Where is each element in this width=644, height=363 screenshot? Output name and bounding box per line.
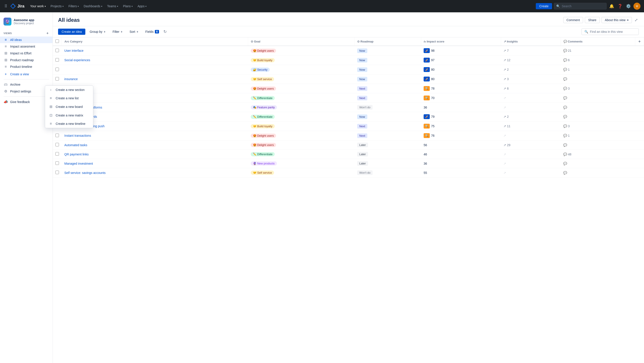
row-extra (635, 74, 644, 84)
idea-name[interactable]: Social experiences (62, 56, 248, 65)
idea-name[interactable]: User interface (62, 46, 248, 56)
jira-logo-text: Jira (18, 4, 24, 9)
idea-name[interactable]: Managed investment (62, 159, 248, 168)
create-matrix-item[interactable]: ⊡ Create a new matrix (45, 111, 93, 120)
create-button[interactable]: Create (536, 3, 552, 9)
idea-name[interactable]: Self service: savings accounts (62, 168, 248, 177)
sidebar-item-product-roadmap[interactable]: ⊞ Product roadmap (0, 57, 52, 63)
create-list-item[interactable]: ≡ Create a new list (45, 94, 93, 102)
idea-name[interactable]: insurance (62, 74, 248, 84)
apps-grid-icon[interactable]: ⠿ (4, 3, 8, 10)
insights-icon: ↗ (504, 124, 506, 128)
insights-icon: ↗ (504, 49, 506, 52)
refresh-button[interactable]: ↻ (164, 29, 167, 34)
idea-insights: ↗ 12 (501, 56, 561, 65)
idea-comments: 💬 (561, 103, 635, 112)
about-view-button[interactable]: About this view ≡ (602, 17, 632, 23)
row-checkbox[interactable] (56, 143, 59, 146)
add-view-button[interactable]: + (46, 31, 49, 36)
idea-name[interactable]: QR payment links (62, 150, 248, 159)
share-button[interactable]: Share (585, 17, 600, 23)
settings-icon[interactable]: ⚙️ (625, 3, 632, 10)
idea-insights: ↗ 2 (501, 112, 561, 122)
row-checkbox[interactable] (56, 58, 59, 62)
comment-bubble-icon: 💬 (563, 49, 567, 52)
table-row: 🔐 SecurityNow🚀 80↗ 2💬 1 (53, 65, 644, 74)
nav-projects[interactable]: Projects ▾ (48, 3, 66, 9)
search-input[interactable] (562, 5, 604, 8)
idea-insights: ↗ (501, 159, 561, 168)
row-checkbox[interactable] (56, 134, 59, 137)
idea-impact: 🚀 98 (421, 46, 501, 56)
table-row: insurance🤝 Self serviceNow🚀 80↗ 3💬 (53, 74, 644, 84)
top-nav-items: Your work ▾ Projects ▾ Filters ▾ Dashboa… (28, 3, 534, 9)
row-extra (635, 46, 644, 56)
find-idea-input[interactable] (590, 30, 636, 34)
row-checkbox[interactable] (56, 171, 59, 174)
sidebar-item-create-view[interactable]: + Create a view (0, 71, 52, 78)
idea-name[interactable]: Instant transactions (62, 131, 248, 140)
create-timeline-item[interactable]: ≡ Create a new timeline (45, 120, 93, 128)
nav-your-work[interactable]: Your work ▾ (28, 3, 48, 9)
row-extra (635, 131, 644, 140)
sidebar-item-all-ideas[interactable]: ≡ All ideas (0, 37, 52, 43)
notifications-icon[interactable]: 🔔 (608, 3, 615, 10)
find-idea-search[interactable]: 🔍 (582, 29, 639, 35)
sort-button[interactable]: Sort + (127, 29, 141, 35)
all-ideas-icon: ≡ (4, 38, 8, 42)
idea-name[interactable]: Automated tasks (62, 140, 248, 150)
idea-roadmap: Later (354, 159, 421, 168)
project-icon: 🔮 (4, 18, 12, 26)
idea-impact: 🚀 97 (421, 56, 501, 65)
row-extra (635, 84, 644, 93)
sidebar-item-impact-effort[interactable]: ⊞ Impact vs Effort (0, 50, 52, 57)
goal-col-icon: ⊙ (251, 40, 253, 43)
select-all-checkbox[interactable] (56, 40, 59, 43)
row-checkbox[interactable] (56, 77, 59, 81)
sidebar-item-product-timeline[interactable]: ≡ Product timeline (0, 63, 52, 70)
nav-apps[interactable]: Apps ▾ (135, 3, 149, 9)
jira-logo[interactable]: Jira (10, 3, 24, 9)
filter-button[interactable]: Filter + (110, 29, 125, 35)
your-work-chevron: ▾ (45, 5, 46, 8)
toolbar: Create an idea Group by + Filter + Sort … (53, 26, 644, 38)
idea-roadmap: Now (354, 46, 421, 56)
nav-filters[interactable]: Filters ▾ (66, 3, 81, 9)
user-avatar[interactable]: U (634, 3, 640, 10)
idea-impact: 🚀 80 (421, 74, 501, 84)
idea-name[interactable] (62, 65, 248, 74)
comments-col-icon: 💬 (564, 40, 567, 43)
fields-badge: 6 (155, 30, 159, 34)
fullscreen-button[interactable]: ⤢ (634, 17, 639, 23)
sidebar-item-impact-assessment[interactable]: ≡ Impact assesment (0, 43, 52, 50)
project-type: Discovery project (14, 22, 34, 25)
row-checkbox[interactable] (56, 68, 59, 71)
help-icon[interactable]: ❓ (617, 3, 623, 10)
board-icon: ⊞ (48, 105, 53, 109)
add-column-button[interactable]: + (638, 39, 641, 44)
create-section-item[interactable]: › Create a new section (45, 86, 93, 94)
nav-dashboards[interactable]: Dashboards ▾ (82, 3, 104, 9)
idea-roadmap: Now (354, 65, 421, 74)
row-checkbox[interactable] (56, 152, 59, 156)
col-checkbox (53, 38, 62, 46)
nav-plans[interactable]: Plans ▾ (121, 3, 135, 9)
nav-teams[interactable]: Teams ▾ (105, 3, 120, 9)
comment-bubble-icon: 💬 (563, 134, 567, 137)
table-row: Budgeting tool😍 Delight usersNext🔍 78↗ 6… (53, 84, 644, 93)
idea-goal: 🔮 New products (248, 159, 354, 168)
idea-insights: ↗ (501, 103, 561, 112)
idea-goal: ✏️ Differentiate (248, 150, 354, 159)
row-checkbox[interactable] (56, 161, 59, 165)
dashboards-chevron: ▾ (101, 5, 102, 8)
insights-icon: ↗ (504, 115, 506, 118)
search-box[interactable]: 🔍 (554, 3, 606, 10)
create-board-item[interactable]: ⊞ Create a new board (45, 102, 93, 111)
fields-button[interactable]: Fields 6 (143, 29, 162, 35)
sidebar-divider (4, 79, 49, 80)
comment-button[interactable]: Comment (563, 17, 583, 23)
teams-chevron: ▾ (117, 5, 118, 8)
row-checkbox[interactable] (56, 49, 59, 52)
group-by-button[interactable]: Group by + (87, 29, 108, 35)
create-idea-button[interactable]: Create an idea (58, 29, 85, 35)
